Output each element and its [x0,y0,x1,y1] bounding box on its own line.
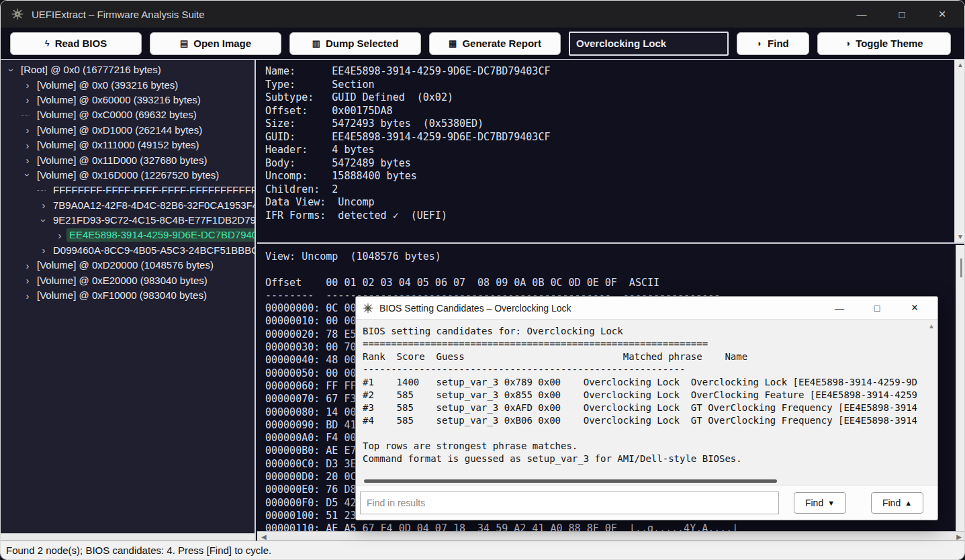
triangle-down-icon: ▼ [827,499,835,507]
chevron-right-icon[interactable]: › [21,290,34,301]
read-bios-icon: ϟ [45,38,50,48]
tree-item[interactable]: ›EE4E5898-3914-4259-9D6E-DC7BD79403CF [1,228,255,242]
tree-item[interactable]: FFFFFFFF-FFFF-FFFF-FFFF-FFFFFFFFFFFF [1,183,255,197]
dialog-close-icon[interactable]: × [909,301,920,315]
details-vertical-scrollbar[interactable]: ▲ ▼ [954,60,965,242]
details-lines: Name: EE4E5898-3914-4259-9D6E-DC7BD79403… [265,65,958,222]
tree-item-label: D099460A-8CC9-4B05-A5C3-24BCF51BBBCA [50,244,256,257]
toggle-theme-label: Toggle Theme [856,38,923,49]
details-line: GUID: EE4E5898-3914-4259-9D6E-DC7BD79403… [265,131,958,144]
maximize-icon[interactable]: □ [896,9,908,20]
open-image-label: Open Image [193,38,251,49]
scroll-left-icon[interactable]: ◀ [261,533,267,541]
open-image-button[interactable]: ▤Open Image [150,32,281,55]
scroll-right-icon[interactable]: ▶ [956,533,962,541]
status-text: Found 2 node(s); BIOS candidates: 4. Pre… [6,545,271,556]
details-panel: Name: EE4E5898-3914-4259-9D6E-DC7BD79403… [257,60,965,244]
dialog-title: BIOS Setting Candidates – Overclocking L… [379,303,571,314]
tree-item-label: [Volume] @ 0xD1000 (262144 bytes) [34,124,206,137]
dialog-app-icon [363,303,373,314]
find-next-button[interactable]: Find ▼ [794,492,846,514]
open-image-icon: ▤ [180,38,188,48]
generate-report-icon: ▦ [449,38,457,48]
dialog-results: BIOS setting candidates for: Overclockin… [356,320,937,486]
tree-item-label: [Volume] @ 0x11D000 (327680 bytes) [34,154,211,167]
toolbar: ϟRead BIOS▤Open Image▥Dump Selected▦Gene… [1,28,964,60]
read-bios-button[interactable]: ϟRead BIOS [10,32,142,55]
dialog-maximize-icon[interactable]: □ [872,303,882,314]
results-header: BIOS setting candidates for: Overclockin… [363,325,931,338]
tree-item[interactable]: ›[Volume] @ 0xF10000 (983040 bytes) [1,288,255,303]
toggle-theme-button[interactable]: ◑ Toggle Theme [817,32,951,55]
close-icon[interactable]: × [936,7,948,21]
generate-report-button[interactable]: ▦Generate Report [429,32,561,55]
chevron-down-icon[interactable]: › [38,214,50,227]
dialog-title-bar: BIOS Setting Candidates – Overclocking L… [356,297,937,320]
tree-item[interactable]: ›9E21FD93-9C72-4C15-8C4B-E77F1DB2D792 [1,213,255,228]
tree-item-label: FFFFFFFF-FFFF-FFFF-FFFF-FFFFFFFFFFFF [50,183,256,197]
tree-item[interactable]: ›[Volume] @ 0x0 (393216 bytes) [1,77,255,92]
tree-leaf-connector [37,190,46,191]
chevron-down-icon[interactable]: › [6,63,17,77]
chevron-right-icon[interactable]: › [21,260,34,271]
search-input[interactable] [569,32,729,56]
details-line: Header: 4 bytes [265,144,958,157]
triangle-up-icon: ▲ [905,499,912,507]
tree-item[interactable]: ›[Root] @ 0x0 (16777216 bytes) [1,62,255,77]
scroll-up-icon[interactable]: ▲ [957,62,964,68]
find-in-results-input[interactable] [360,492,779,514]
details-line: Uncomp: 15888400 bytes [265,170,958,183]
chevron-right-icon[interactable]: › [21,124,34,136]
details-line: Offset: 0x00175DA8 [265,105,958,118]
tree-item[interactable]: ›7B9A0A12-42F8-4D4C-82B6-32F0CA1953F4 [1,198,255,213]
toggle-theme-icon: ◑ [845,38,850,48]
dialog-find-row: Find ▼ Find ▲ [356,485,937,520]
minimize-icon[interactable]: — [856,9,868,20]
tree: ›[Root] @ 0x0 (16777216 bytes)›[Volume] … [1,62,255,303]
tree-item[interactable]: ›[Volume] @ 0x16D000 (12267520 bytes) [1,168,255,183]
dialog-minimize-icon[interactable]: — [834,303,845,314]
chevron-right-icon[interactable]: › [21,94,34,105]
dialog-vertical-scrollbar[interactable]: ▲ ▼ [927,322,936,501]
tree-item[interactable]: ›[Volume] @ 0x60000 (393216 bytes) [1,93,255,107]
app-icon [11,8,24,20]
details-line: Size: 5472493 bytes (0x5380ED) [265,118,958,131]
chevron-right-icon[interactable]: › [21,140,34,151]
chevron-right-icon[interactable]: › [37,199,50,211]
hex-vertical-scrollbar[interactable] [956,245,965,531]
hex-view-title: View: Uncomp (1048576 bytes) [265,250,958,263]
result-row: #3 585 setup_var_3 0xAFD 0x00 Overclocki… [363,402,931,414]
dump-selected-button[interactable]: ▥Dump Selected [289,32,421,55]
results-separator-dash: ----------------------------------------… [363,363,931,376]
chevron-down-icon[interactable]: › [22,169,34,182]
details-line: Body: 5472489 bytes [265,157,958,171]
results-footer: Top rows are strongest phrase matches.Co… [363,440,931,465]
tree-item-label: [Volume] @ 0x111000 (49152 bytes) [34,138,203,152]
chevron-right-icon[interactable]: › [21,275,34,286]
dialog-scroll-up-icon[interactable]: ▲ [928,322,935,330]
dump-selected-label: Dump Selected [326,38,398,49]
hex-vertical-scroll-thumb[interactable] [960,259,962,277]
tree-item[interactable]: ›D099460A-8CC9-4B05-A5C3-24BCF51BBBCA [1,243,255,258]
dialog-horizontal-scroll-thumb[interactable] [364,479,777,483]
result-row: #2 585 setup_var_3 0x855 0x00 Overclocki… [363,389,931,402]
results-footer-line: Top rows are strongest phrase matches. [363,440,931,453]
chevron-right-icon[interactable]: › [21,154,34,166]
find-prev-button[interactable]: Find ▲ [871,492,923,514]
tree-item[interactable]: ›[Volume] @ 0xD1000 (262144 bytes) [1,123,255,138]
scroll-down-icon[interactable]: ▼ [957,234,964,240]
tree-item[interactable]: [Volume] @ 0xC0000 (69632 bytes) [1,107,255,122]
results-separator-eq: ========================================… [363,338,931,351]
tree-item[interactable]: ›[Volume] @ 0xE20000 (983040 bytes) [1,273,255,287]
tree-item[interactable]: ›[Volume] @ 0xD20000 (1048576 bytes) [1,258,255,273]
tree-item[interactable]: ›[Volume] @ 0x11D000 (327680 bytes) [1,152,255,167]
details-line: Type: Section [265,79,958,92]
tree-item-label: [Root] @ 0x0 (16777216 bytes) [18,63,165,77]
chevron-right-icon[interactable]: › [53,230,66,241]
chevron-right-icon[interactable]: › [21,79,34,91]
find-button[interactable]: ◗ Find [737,32,809,55]
details-line: Children: 2 [265,183,958,197]
tree-item[interactable]: ›[Volume] @ 0x111000 (49152 bytes) [1,138,255,152]
tree-item-label: EE4E5898-3914-4259-9D6E-DC7BD79403CF [66,228,256,242]
chevron-right-icon[interactable]: › [37,244,50,256]
